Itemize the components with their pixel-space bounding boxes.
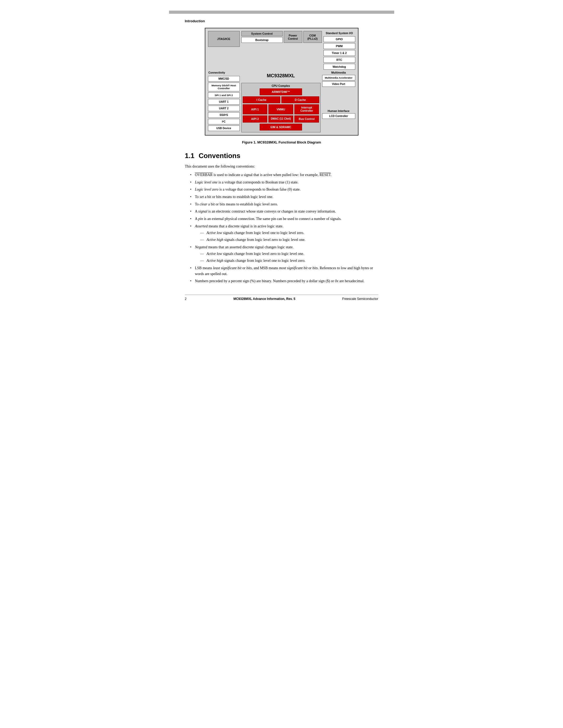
figure-caption: Figure 1. MC9328MXL Functional Block Dia…	[185, 140, 378, 144]
reset-overbar: RESET	[320, 173, 331, 177]
list-item-overbar: OVERBAR is used to indicate a signal tha…	[190, 172, 378, 178]
overbar-text: OVERBAR	[195, 173, 213, 177]
uart2-block: UART 2	[208, 106, 240, 111]
i2c-block: I²C	[208, 119, 240, 124]
power-control-block: Power Control	[284, 31, 302, 43]
clear-prefix: To	[195, 202, 200, 206]
usb-device-block: USB Device	[208, 125, 240, 131]
pwm-block: PWM	[324, 43, 355, 49]
footer-right-text: Freescale Semiconductor	[342, 297, 378, 301]
lsb-prefix: LSB means	[195, 266, 213, 270]
list-item-numbers: Numbers preceded by a percent sign (%) a…	[190, 278, 378, 284]
video-port-block: Video Port	[322, 81, 355, 87]
logic-zero-italic: Logic level zero	[195, 187, 218, 191]
connectivity-header: Connectivity	[208, 71, 240, 74]
active-low-1-italic: Active low	[207, 231, 222, 235]
set-prefix: To	[195, 195, 200, 199]
uart1-block: UART 1	[208, 99, 240, 105]
arm9-block: ARM9TDMI™	[259, 88, 302, 95]
jtag-block: JTAG/ICE	[208, 31, 240, 47]
memory-stick-block: Memory Stick® Host Controller	[208, 83, 240, 91]
numbers-rest: are hexadecimal.	[338, 279, 364, 283]
overbar-desc: is used to indicate a signal that is act…	[212, 173, 320, 177]
asserted-rest: means that a discrete signal is in activ…	[208, 224, 284, 228]
pin-prefix: A	[195, 217, 198, 221]
negated-sub-list: Active low signals change from logic lev…	[195, 251, 378, 263]
list-item-logic-zero: Logic level zero is a voltage that corre…	[190, 187, 378, 192]
rtc-block: RTC	[324, 57, 355, 63]
msb-mid: or	[308, 266, 313, 270]
asserted-sub-2: Active high signals change from logic le…	[200, 237, 378, 243]
list-item-set: To set a bit or bits means to establish …	[190, 194, 378, 200]
dcache-block: D Cache	[282, 96, 319, 103]
active-low-2-italic: Active low	[207, 252, 222, 256]
list-item-lsb-msb: LSB means least significant bit or bits,…	[190, 265, 378, 277]
vmmu-block: VMMU	[268, 104, 293, 114]
list-item-negated: Negated means that an asserted discrete …	[190, 244, 378, 264]
section-heading: 1.1Conventions	[185, 152, 378, 160]
section-title: Conventions	[199, 152, 240, 160]
footer-center-text: MC9328MXL Advance Information, Rev. 5	[233, 297, 296, 301]
negated-sub-2: Active high signals change from logic le…	[200, 258, 378, 264]
conventions-list: OVERBAR is used to indicate a signal tha…	[185, 172, 378, 284]
active-high-1-rest: signals change from logic level zero to …	[223, 238, 306, 242]
signal-italic: signal	[198, 209, 207, 213]
msb-italic2: bits	[313, 266, 318, 270]
clear-rest: a bit or bits means to establish logic l…	[207, 202, 277, 206]
dmac-block: DMAC (11 Chnl)	[268, 115, 293, 123]
ssm-block: SSI/I²S	[208, 112, 240, 118]
bus-control-block: Bus Control	[295, 115, 319, 123]
asserted-italic: Asserted	[195, 224, 208, 228]
aipi2-block: AIPI 2	[243, 115, 267, 123]
list-item-clear: To clear a bit or bits means to establis…	[190, 201, 378, 207]
lsb-italic1: least significant bit	[213, 266, 241, 270]
lsb-mid1: or	[241, 266, 246, 270]
set-italic: set	[200, 195, 204, 199]
section-number: 1.1	[185, 152, 194, 160]
logic-one-rest: is a voltage that corresponds to Boolean…	[217, 180, 298, 184]
section-label: Introduction	[185, 19, 378, 23]
msb-italic1: most significant bit	[279, 266, 307, 270]
active-low-2-rest: signals change from logic level zero to …	[222, 252, 304, 256]
active-high-1-italic: Active high	[207, 238, 223, 242]
cpu-complex-title: CPU Complex	[243, 84, 319, 87]
multimedia-accel-block: Multimedia Accelerator	[322, 75, 355, 80]
interrupt-controller-block: Interrupt Controller	[295, 104, 319, 114]
multimedia-header: Multimedia	[322, 71, 355, 74]
block-diagram: JTAG/ICE System Control Bootstrap Power …	[205, 28, 359, 136]
cpu-complex-box: CPU Complex ARM9TDMI™ I Cache D Cache	[241, 83, 321, 132]
footer: 2 MC9328MXL Advance Information, Rev. 5 …	[185, 295, 378, 301]
logic-one-italic: Logic level one	[195, 180, 218, 184]
signal-rest: is an electronic construct whose state c…	[207, 209, 336, 213]
diagram-container: JTAG/ICE System Control Bootstrap Power …	[185, 28, 378, 136]
top-bar	[169, 11, 394, 14]
human-interface-section: Human Interface LCD Controller	[322, 109, 355, 119]
asserted-sub-1: Active low signals change from logic lev…	[200, 230, 378, 236]
negated-rest: means that an asserted discrete signal c…	[207, 245, 294, 249]
list-item-logic-one: Logic level one is a voltage that corres…	[190, 179, 378, 185]
active-high-2-rest: signals change from logic level one to l…	[223, 259, 306, 263]
mmc-sd-block: MMC/SD	[208, 76, 240, 82]
active-low-1-rest: signals change from logic level one to l…	[222, 231, 304, 235]
set-rest: a bit or bits means to establish logic l…	[204, 195, 273, 199]
lcd-controller-block: LCD Controller	[322, 113, 355, 119]
standard-sysio-header: Standard System I/O	[324, 31, 355, 35]
pin-rest: is an external physical connection. The …	[203, 217, 342, 221]
list-item-pin: A pin is an external physical connection…	[190, 216, 378, 222]
clear-italic: clear	[200, 202, 207, 206]
eim-sdramc-block: EIM & SDRAMC	[259, 124, 302, 131]
numbers-italic: 0x	[335, 279, 338, 283]
cgm-block: CGM (PLLx2)	[304, 31, 322, 43]
logic-zero-rest: is a voltage that corresponds to Boolean…	[218, 187, 301, 191]
gpio-block: GPIO	[324, 36, 355, 42]
chip-name: MC9328MXL	[241, 73, 321, 79]
lsb-mid2: , and MSB means	[252, 266, 279, 270]
timer-block: Timer 1 & 2	[324, 50, 355, 56]
multimedia-section: Multimedia Multimedia Accelerator Video …	[322, 71, 355, 87]
list-item-asserted: Asserted means that a discrete signal is…	[190, 223, 378, 243]
aipi1-block: AIPI 1	[243, 104, 267, 114]
icache-block: I Cache	[243, 96, 280, 103]
list-item-signal: A signal is an electronic construct whos…	[190, 209, 378, 214]
system-control-block: System Control	[241, 31, 283, 36]
bootstrap-block: Bootstrap	[241, 37, 283, 43]
